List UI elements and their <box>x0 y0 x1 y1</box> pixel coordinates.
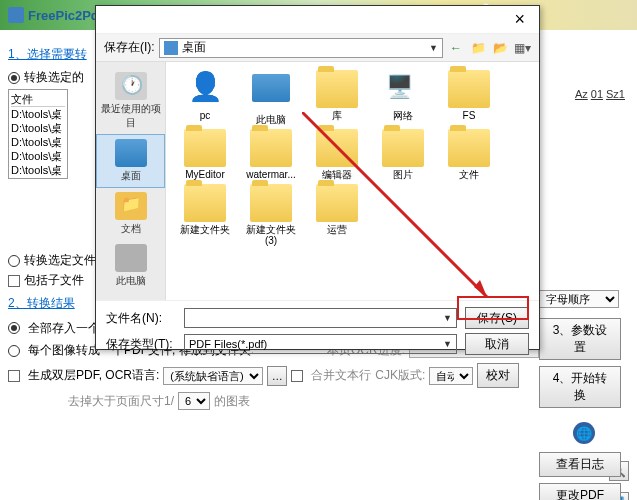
folder-icon <box>316 129 358 167</box>
file-item[interactable]: 编辑器 <box>306 129 368 180</box>
folder-icon <box>250 129 292 167</box>
radio-each-to-pdf[interactable] <box>8 345 20 357</box>
recent-icon <box>115 72 147 100</box>
radio-convert-selected[interactable] <box>8 72 20 84</box>
app-logo-icon <box>8 7 24 23</box>
file-item[interactable]: 网络 <box>372 70 434 125</box>
dialog-sidebar: 最近使用的项目 桌面 文档 此电脑 <box>96 62 166 300</box>
folder-icon <box>448 70 490 108</box>
file-item[interactable]: 运营 <box>306 184 368 246</box>
radio-convert-selected-file-label: 转换选定文件 <box>24 252 96 269</box>
globe-icon[interactable]: 🌐 <box>573 422 595 444</box>
filetype-label: 保存类型(T): <box>106 336 176 353</box>
folder-icon <box>316 70 358 108</box>
remove-fraction-select[interactable]: 6 <box>178 392 210 410</box>
sidebar-item-documents[interactable]: 文档 <box>96 188 165 240</box>
checkbox-merge-text-label: 合并文本行 <box>311 367 371 384</box>
app-title: FreePic2Pdf <box>28 8 103 23</box>
folder-icon <box>184 129 226 167</box>
sidebar-item-recent[interactable]: 最近使用的项目 <box>96 68 165 134</box>
new-folder-icon[interactable]: 📂 <box>491 39 509 57</box>
desktop-icon <box>164 41 178 55</box>
highlight-save-button <box>457 296 529 320</box>
cjk-select[interactable]: 自动 <box>429 367 473 385</box>
folder-icon <box>184 184 226 222</box>
list-item[interactable]: D:\tools\桌 <box>11 149 65 163</box>
ocr-lang-browse-button[interactable]: … <box>267 366 287 386</box>
chevron-down-icon: ▼ <box>443 339 452 349</box>
pc-icon <box>115 244 147 272</box>
folder-icon <box>316 184 358 222</box>
close-icon[interactable]: × <box>508 9 531 30</box>
file-item[interactable]: 新建文件夹 (3) <box>240 184 302 246</box>
checkbox-dual-layer-pdf-label: 生成双层PDF, OCR语言: <box>28 367 159 384</box>
filename-input[interactable]: ▼ <box>184 308 457 328</box>
location-text: 桌面 <box>182 39 206 56</box>
chevron-down-icon: ▼ <box>429 43 438 53</box>
documents-icon <box>115 192 147 220</box>
sidebar-item-desktop[interactable]: 桌面 <box>96 134 165 188</box>
change-pdf-button[interactable]: 更改PDF <box>539 483 621 500</box>
radio-convert-selected-label: 转换选定的 <box>24 69 84 86</box>
file-list-header: 文件 <box>11 92 65 107</box>
file-item[interactable]: MyEditor <box>174 129 236 180</box>
folder-icon <box>448 129 490 167</box>
radio-all-to-one[interactable] <box>8 322 20 334</box>
monitor-icon <box>252 74 290 102</box>
checkbox-dual-layer-pdf[interactable] <box>8 370 20 382</box>
list-item[interactable]: D:\tools\桌 <box>11 163 65 177</box>
file-item[interactable]: 此电脑 <box>240 70 302 125</box>
list-item[interactable]: D:\tools\桌 <box>11 121 65 135</box>
location-dropdown[interactable]: 桌面 ▼ <box>159 38 443 58</box>
filename-label: 文件名(N): <box>106 310 176 327</box>
cjk-label: CJK版式: <box>375 367 425 384</box>
file-item[interactable]: watermar... <box>240 129 302 180</box>
view-menu-icon[interactable]: ▦▾ <box>513 39 531 57</box>
verify-button[interactable]: 校对 <box>477 363 519 388</box>
filetype-select[interactable]: PDF Files(*.pdf)▼ <box>184 334 457 354</box>
ocr-language-select[interactable]: (系统缺省语言) <box>163 367 263 385</box>
up-folder-icon[interactable]: 📁 <box>469 39 487 57</box>
list-item[interactable]: D:\tools\桌 <box>11 107 65 121</box>
radio-convert-selected-file[interactable] <box>8 255 20 267</box>
file-item[interactable]: 文件 <box>438 129 500 180</box>
desktop-icon <box>115 139 147 167</box>
params-button[interactable]: 3、参数设置 <box>539 318 621 360</box>
checkbox-include-subfolder-label: 包括子文件 <box>24 272 84 289</box>
folder-icon <box>250 184 292 222</box>
network-icon <box>382 70 424 108</box>
save-in-label: 保存在(I): <box>104 39 155 56</box>
remove-large-suffix: 的图表 <box>214 393 250 410</box>
folder-icon <box>382 129 424 167</box>
chevron-down-icon: ▼ <box>443 313 452 323</box>
sort-order-select[interactable]: 字母顺序 <box>539 290 619 308</box>
file-item[interactable]: FS <box>438 70 500 125</box>
dialog-titlebar: × <box>96 6 539 34</box>
sidebar-item-pc[interactable]: 此电脑 <box>96 240 165 292</box>
file-item[interactable]: 库 <box>306 70 368 125</box>
remove-large-label: 去掉大于页面尺寸1/ <box>68 393 174 410</box>
file-list[interactable]: 文件 D:\tools\桌 D:\tools\桌 D:\tools\桌 D:\t… <box>8 89 68 179</box>
file-item[interactable]: pc <box>174 70 236 125</box>
cancel-button[interactable]: 取消 <box>465 333 529 355</box>
view-log-button[interactable]: 查看日志 <box>539 452 621 477</box>
dialog-file-area[interactable]: pc 此电脑 库 网络 FS MyEditor watermar... 编辑器 … <box>166 62 539 300</box>
back-icon[interactable]: ← <box>447 39 465 57</box>
checkbox-include-subfolder[interactable] <box>8 275 20 287</box>
file-item[interactable]: 新建文件夹 <box>174 184 236 246</box>
start-convert-button[interactable]: 4、开始转换 <box>539 366 621 408</box>
checkbox-merge-text[interactable] <box>291 370 303 382</box>
user-icon <box>184 70 226 108</box>
list-item[interactable]: D:\tools\桌 <box>11 135 65 149</box>
file-item[interactable]: 图片 <box>372 129 434 180</box>
